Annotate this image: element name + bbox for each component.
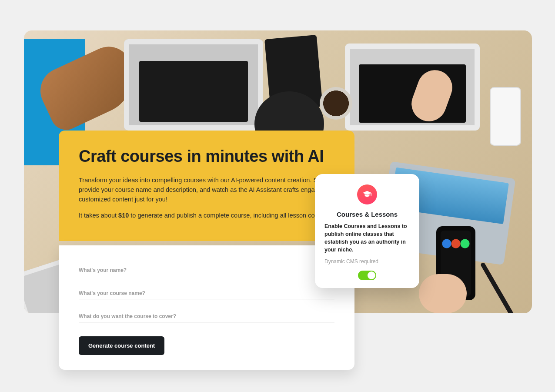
cost-amount: $10 (118, 212, 129, 219)
feature-toggle[interactable] (358, 271, 376, 280)
headline-cost-line: It takes about $10 to generate and publi… (79, 211, 334, 220)
laptop-left (124, 39, 263, 131)
headline-paragraph: Transform your ideas into compelling cou… (79, 175, 334, 204)
cost-suffix: to generate and publish a complete cours… (129, 212, 331, 219)
pens (480, 262, 515, 313)
feature-title: Courses & Lessons (324, 211, 410, 218)
coffee-cup (320, 87, 352, 120)
generate-button[interactable]: Generate course content (79, 336, 164, 355)
cost-prefix: It takes about (79, 212, 118, 219)
feature-requirement: Dynamic CMS required (324, 258, 410, 265)
white-phone (490, 87, 521, 146)
name-input[interactable] (79, 265, 334, 276)
courses-feature-card: Courses & Lessons Enable Courses and Les… (315, 174, 419, 288)
course-cover-input[interactable] (79, 311, 334, 322)
course-name-input[interactable] (79, 288, 334, 299)
headline-card: Craft courses in minutes with AI Transfo… (59, 131, 354, 241)
laptop-right (345, 44, 480, 131)
graduation-cap-icon (357, 184, 377, 204)
feature-description: Enable Courses and Lessons to publish on… (324, 222, 410, 254)
page-frame: Craft courses in minutes with AI Transfo… (0, 0, 555, 392)
hand-holding-phone (419, 274, 467, 313)
course-form-card: Generate course content (59, 245, 354, 370)
headline-title: Craft courses in minutes with AI (79, 147, 334, 166)
